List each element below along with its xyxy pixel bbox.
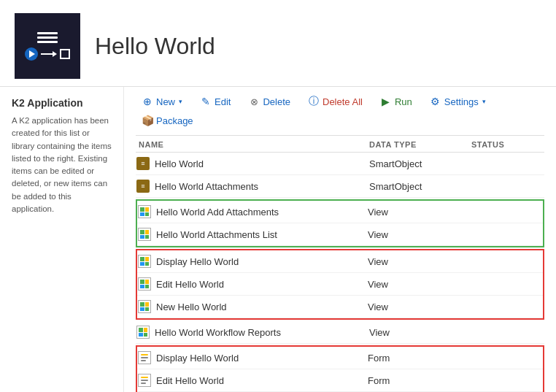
edit-circle-icon: ✎ — [200, 96, 212, 107]
table-row[interactable]: Edit Hello World View — [137, 273, 543, 296]
row-name: New Hello World — [156, 301, 368, 312]
sidebar-app-title: K2 Application — [12, 97, 112, 109]
row-datatype: View — [368, 279, 470, 290]
row-datatype: Form — [368, 353, 470, 364]
row-icon-smartobject: ≡ — [136, 156, 150, 171]
row-icon-form — [137, 373, 152, 388]
table-row[interactable]: Edit Hello World Form — [137, 369, 543, 392]
table-row[interactable]: Display Hello World Form — [137, 347, 543, 369]
row-icon-view — [137, 277, 152, 291]
run-button[interactable]: ▶ Run — [374, 93, 418, 110]
row-name: Display Hello World — [156, 256, 368, 267]
row-datatype: View — [368, 229, 470, 240]
sidebar-description: A K2 application has been created for th… — [12, 115, 112, 215]
delete-button-label: Delete — [263, 96, 290, 107]
package-button[interactable]: 📦 Package — [136, 112, 199, 129]
new-dropdown-arrow: ▾ — [179, 98, 182, 105]
row-name: Hello World — [155, 158, 369, 169]
delete-all-icon: ⓘ — [308, 96, 320, 107]
row-datatype: Form — [368, 375, 470, 386]
row-icon-form — [137, 350, 152, 365]
delete-all-button[interactable]: ⓘ Delete All — [302, 93, 368, 110]
row-name: Hello World Attachments List — [156, 229, 368, 240]
table-row[interactable]: New Hello World View — [137, 296, 543, 318]
table-header: NAME DATA TYPE STATUS — [136, 136, 544, 153]
package-icon: 📦 — [142, 115, 153, 126]
row-name: Hello World Workflow Reports — [155, 327, 369, 338]
row-datatype: View — [368, 301, 470, 312]
row-icon-smartobject: ≡ — [136, 179, 150, 193]
row-datatype: SmartObject — [369, 158, 471, 169]
table-row[interactable]: Hello World Add Attachments View — [137, 201, 543, 223]
row-icon-view — [137, 204, 152, 219]
col-datatype-header: DATA TYPE — [369, 140, 471, 149]
plus-circle-icon: ⊕ — [142, 96, 153, 107]
header: Hello World — [0, 0, 556, 87]
table-row[interactable]: Display Hello World View — [137, 250, 543, 273]
edit-button-label: Edit — [215, 96, 231, 107]
row-name: Edit Hello World — [156, 375, 368, 386]
run-button-label: Run — [395, 96, 412, 107]
main-content: ⊕ New ▾ ✎ Edit ⊗ Delete ⓘ Delete All — [124, 87, 556, 392]
table-row[interactable]: Hello World Attachments List View — [137, 223, 543, 246]
row-icon-view — [137, 299, 152, 314]
delete-all-button-label: Delete All — [323, 96, 363, 107]
row-name: Edit Hello World — [156, 279, 368, 290]
table-rows: ≡ Hello World SmartObject ≡ Hello World … — [136, 153, 544, 392]
edit-button[interactable]: ✎ Edit — [194, 93, 236, 110]
settings-dropdown-arrow: ▾ — [482, 98, 486, 105]
settings-button-label: Settings — [444, 96, 479, 107]
settings-icon: ⚙ — [430, 96, 441, 107]
run-icon: ▶ — [380, 96, 392, 107]
row-datatype: SmartObject — [369, 181, 471, 192]
row-icon-view — [137, 227, 152, 242]
row-icon-view — [137, 254, 152, 269]
delete-button[interactable]: ⊗ Delete — [242, 93, 296, 110]
col-status-header: STATUS — [471, 140, 544, 149]
row-datatype: View — [368, 207, 470, 218]
settings-button[interactable]: ⚙ Settings ▾ — [424, 93, 492, 110]
app-logo — [15, 13, 80, 79]
table-row[interactable]: ≡ Hello World SmartObject — [136, 153, 544, 175]
row-datatype: View — [369, 327, 471, 338]
row-name: Display Hello World — [156, 353, 368, 364]
red-view-group: Display Hello World View Edit Hello Worl… — [136, 249, 544, 320]
new-button[interactable]: ⊕ New ▾ — [136, 93, 188, 110]
row-name: Hello World Attachments — [155, 181, 369, 192]
row-icon-view — [136, 325, 150, 339]
content: K2 Application A K2 application has been… — [0, 87, 556, 392]
package-button-label: Package — [156, 115, 193, 126]
page-title: Hello World — [95, 33, 215, 60]
delete-icon: ⊗ — [248, 96, 260, 107]
sidebar: K2 Application A K2 application has been… — [0, 87, 124, 392]
toolbar: ⊕ New ▾ ✎ Edit ⊗ Delete ⓘ Delete All — [136, 87, 544, 136]
page: Hello World K2 Application A K2 applicat… — [0, 0, 556, 392]
table-row[interactable]: ≡ Hello World Attachments SmartObject — [136, 175, 544, 198]
row-datatype: View — [368, 256, 470, 267]
new-button-label: New — [156, 96, 175, 107]
row-name: Hello World Add Attachments — [156, 207, 368, 218]
green-group: Hello World Add Attachments View Hello W… — [136, 199, 544, 247]
col-name-header: NAME — [136, 140, 369, 149]
table-row[interactable]: Hello World Workflow Reports View — [136, 321, 544, 344]
red-form-group: Display Hello World Form Edit Hell — [136, 345, 544, 392]
